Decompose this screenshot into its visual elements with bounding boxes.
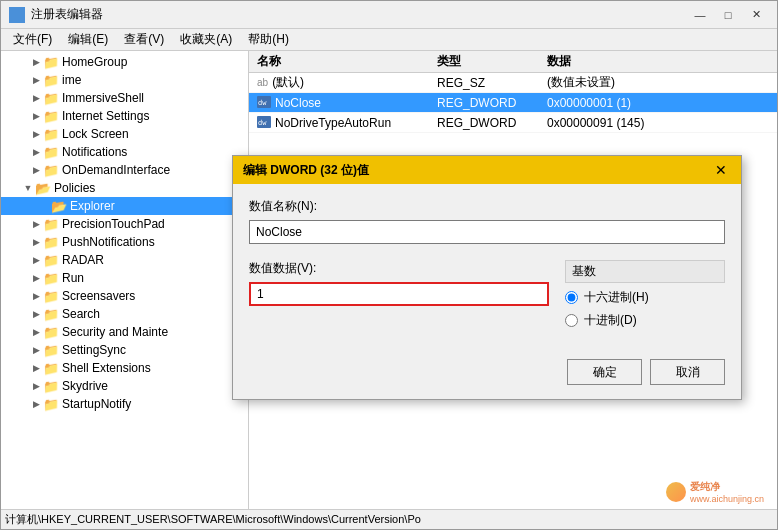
folder-icon: 📁 [43,307,59,321]
dialog-value-input[interactable] [249,282,549,306]
ok-button[interactable]: 确定 [567,359,642,385]
expand-icon: ▶ [29,235,43,249]
reg-cell-data: (数值未设置) [547,74,769,91]
tree-item-pushnotifications[interactable]: ▶ 📁 PushNotifications [1,233,248,251]
folder-icon: 📂 [51,199,67,213]
folder-icon: 📁 [43,91,59,105]
tree-label: StartupNotify [62,397,131,411]
dialog-row: 数值数据(V): 基数 十六进制(H) 十进制(D) [249,260,725,335]
window-close-button[interactable]: ✕ [743,5,769,25]
folder-icon: 📁 [43,109,59,123]
tree-item-explorer[interactable]: 📂 Explorer [1,197,248,215]
tree-item-settingsync[interactable]: ▶ 📁 SettingSync [1,341,248,359]
svg-rect-2 [9,16,16,23]
col-header-data: 数据 [547,53,769,70]
status-text: 计算机\HKEY_CURRENT_USER\SOFTWARE\Microsoft… [5,512,421,527]
menu-help[interactable]: 帮助(H) [240,29,297,50]
expand-icon: ▶ [29,253,43,267]
dialog-name-input[interactable] [249,220,725,244]
maximize-button[interactable]: □ [715,5,741,25]
expand-icon: ▶ [29,217,43,231]
reg-name-label: NoClose [275,96,321,110]
reg-cell-type: REG_DWORD [437,116,547,130]
reg-row-noclose[interactable]: dw NoClose REG_DWORD 0x00000001 (1) [249,93,777,113]
folder-icon: 📁 [43,235,59,249]
expand-icon: ▼ [21,181,35,195]
expand-icon: ▶ [29,91,43,105]
tree-label: ime [62,73,81,87]
radio-dec-item[interactable]: 十进制(D) [565,312,725,329]
radio-hex-item[interactable]: 十六进制(H) [565,289,725,306]
tree-item-startupnotify[interactable]: ▶ 📁 StartupNotify [1,395,248,413]
edit-dword-dialog: 编辑 DWORD (32 位)值 ✕ 数值名称(N): 数值数据(V): 基数 … [232,155,742,400]
tree-label: Internet Settings [62,109,149,123]
tree-item-screensavers[interactable]: ▶ 📁 Screensavers [1,287,248,305]
tree-item-internetsettings[interactable]: ▶ 📁 Internet Settings [1,107,248,125]
menu-edit[interactable]: 编辑(E) [60,29,116,50]
tree-label: Run [62,271,84,285]
tree-label: PrecisionTouchPad [62,217,165,231]
tree-item-immersiveshell[interactable]: ▶ 📁 ImmersiveShell [1,89,248,107]
dialog-value-label: 数值数据(V): [249,260,549,277]
folder-icon: 📁 [43,343,59,357]
tree-item-skydrive[interactable]: ▶ 📁 Skydrive [1,377,248,395]
reg-cell-type: REG_SZ [437,76,547,90]
right-pane-header: 名称 类型 数据 [249,51,777,73]
watermark-brand: 爱纯净 [690,480,764,494]
watermark-box: 爱纯净 www.aichunjing.cn [660,478,770,506]
tree-item-lockscreen[interactable]: ▶ 📁 Lock Screen [1,125,248,143]
menu-view[interactable]: 查看(V) [116,29,172,50]
minimize-button[interactable]: — [687,5,713,25]
tree-item-policies[interactable]: ▼ 📂 Policies [1,179,248,197]
reg-type-icon: dw [257,116,271,130]
tree-label: OnDemandInterface [62,163,170,177]
expand-icon: ▶ [29,163,43,177]
expand-icon: ▶ [29,289,43,303]
dialog-name-label: 数值名称(N): [249,198,725,215]
title-bar: 注册表编辑器 — □ ✕ [1,1,777,29]
tree-content[interactable]: ▶ 📁 HomeGroup ▶ 📁 ime ▶ 📁 ImmersiveShell [1,51,248,509]
reg-cell-name: ab (默认) [257,74,437,91]
tree-item-precisiontouchpad[interactable]: ▶ 📁 PrecisionTouchPad [1,215,248,233]
cancel-button[interactable]: 取消 [650,359,725,385]
reg-name-label: NoDriveTypeAutoRun [275,116,391,130]
folder-icon: 📁 [43,397,59,411]
expand-icon: ▶ [29,307,43,321]
svg-rect-1 [18,7,25,14]
folder-icon: 📁 [43,361,59,375]
folder-icon: 📁 [43,271,59,285]
reg-row-nodrivetypeautorun[interactable]: dw NoDriveTypeAutoRun REG_DWORD 0x000000… [249,113,777,133]
tree-item-ondemand[interactable]: ▶ 📁 OnDemandInterface [1,161,248,179]
folder-icon: 📁 [43,163,59,177]
tree-item-run[interactable]: ▶ 📁 Run [1,269,248,287]
expand-icon: ▶ [29,73,43,87]
tree-label: HomeGroup [62,55,127,69]
tree-item-shellextensions[interactable]: ▶ 📁 Shell Extensions [1,359,248,377]
col-header-name: 名称 [257,53,437,70]
folder-icon: 📁 [43,55,59,69]
expand-icon: ▶ [29,271,43,285]
tree-label: Screensavers [62,289,135,303]
col-header-type: 类型 [437,53,547,70]
menu-file[interactable]: 文件(F) [5,29,60,50]
menu-favorites[interactable]: 收藏夹(A) [172,29,240,50]
tree-item-security[interactable]: ▶ 📁 Security and Mainte [1,323,248,341]
tree-item-ime[interactable]: ▶ 📁 ime [1,71,248,89]
expand-icon: ▶ [29,127,43,141]
tree-item-homegroup[interactable]: ▶ 📁 HomeGroup [1,53,248,71]
reg-cell-name: dw NoClose [257,96,437,110]
reg-name-label: (默认) [272,74,304,91]
radio-hex[interactable] [565,291,578,304]
tree-item-search[interactable]: ▶ 📁 Search [1,305,248,323]
dialog-base-title: 基数 [565,260,725,283]
radio-dec[interactable] [565,314,578,327]
expand-icon [37,199,51,213]
dialog-close-button[interactable]: ✕ [711,161,731,179]
reg-type-icon: dw [257,96,271,110]
dialog-footer: 确定 取消 [233,349,741,399]
folder-icon: 📁 [43,217,59,231]
tree-label: Policies [54,181,95,195]
reg-row-default[interactable]: ab (默认) REG_SZ (数值未设置) [249,73,777,93]
tree-item-notifications[interactable]: ▶ 📁 Notifications [1,143,248,161]
tree-item-radar[interactable]: ▶ 📁 RADAR [1,251,248,269]
